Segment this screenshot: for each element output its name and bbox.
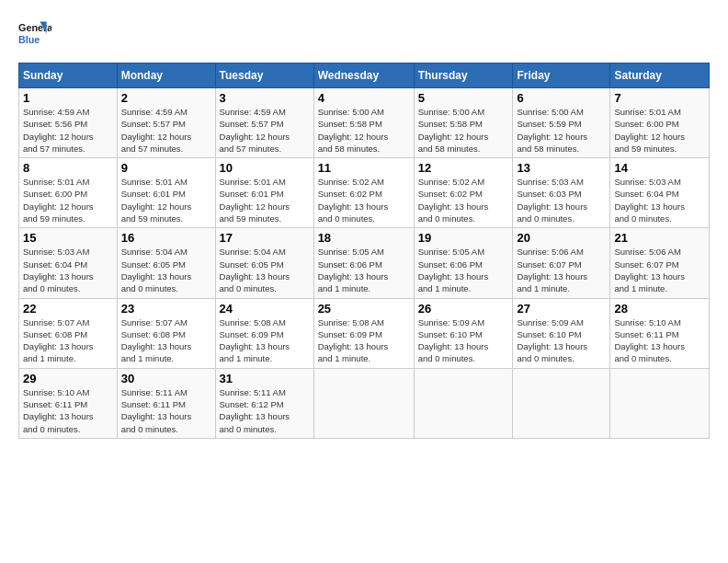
day-info: Sunrise: 5:11 AM Sunset: 6:12 PM Dayligh… (220, 386, 310, 435)
day-info: Sunrise: 5:01 AM Sunset: 6:00 PM Dayligh… (23, 176, 113, 224)
calendar-cell: 14Sunrise: 5:03 AM Sunset: 6:04 PM Dayli… (610, 158, 710, 228)
calendar-week-row: 29Sunrise: 5:10 AM Sunset: 6:11 PM Dayli… (19, 368, 710, 438)
day-info: Sunrise: 5:01 AM Sunset: 6:01 PM Dayligh… (220, 176, 310, 224)
logo: GeneralBlue (18, 18, 55, 52)
day-info: Sunrise: 5:05 AM Sunset: 6:06 PM Dayligh… (318, 246, 410, 294)
day-number: 14 (614, 161, 705, 175)
day-info: Sunrise: 5:03 AM Sunset: 6:04 PM Dayligh… (23, 246, 113, 294)
calendar-cell: 26Sunrise: 5:09 AM Sunset: 6:10 PM Dayli… (414, 298, 513, 368)
day-number: 1 (23, 91, 113, 105)
calendar-cell (513, 368, 610, 438)
day-number: 8 (23, 161, 113, 175)
calendar-cell: 11Sunrise: 5:02 AM Sunset: 6:02 PM Dayli… (313, 158, 414, 228)
day-info: Sunrise: 5:07 AM Sunset: 6:08 PM Dayligh… (23, 316, 113, 365)
col-header-sunday: Sunday (19, 63, 118, 88)
calendar-cell: 7Sunrise: 5:01 AM Sunset: 6:00 PM Daylig… (610, 88, 710, 158)
calendar-week-row: 15Sunrise: 5:03 AM Sunset: 6:04 PM Dayli… (19, 228, 710, 298)
svg-text:Blue: Blue (18, 34, 40, 45)
day-info: Sunrise: 5:02 AM Sunset: 6:02 PM Dayligh… (318, 176, 410, 224)
day-number: 6 (517, 91, 606, 105)
day-info: Sunrise: 5:10 AM Sunset: 6:11 PM Dayligh… (23, 386, 113, 435)
calendar-cell: 8Sunrise: 5:01 AM Sunset: 6:00 PM Daylig… (19, 158, 118, 228)
day-number: 11 (318, 161, 410, 175)
calendar-cell: 30Sunrise: 5:11 AM Sunset: 6:11 PM Dayli… (117, 368, 215, 438)
day-number: 28 (614, 302, 705, 316)
day-number: 24 (220, 302, 310, 316)
day-number: 22 (23, 302, 113, 316)
calendar-cell: 29Sunrise: 5:10 AM Sunset: 6:11 PM Dayli… (19, 368, 118, 438)
calendar-cell: 9Sunrise: 5:01 AM Sunset: 6:01 PM Daylig… (117, 158, 215, 228)
col-header-thursday: Thursday (414, 63, 513, 88)
calendar-cell: 13Sunrise: 5:03 AM Sunset: 6:03 PM Dayli… (513, 158, 610, 228)
day-number: 21 (614, 231, 705, 245)
calendar-cell: 1Sunrise: 4:59 AM Sunset: 5:56 PM Daylig… (19, 88, 118, 158)
calendar-cell: 5Sunrise: 5:00 AM Sunset: 5:58 PM Daylig… (414, 88, 513, 158)
col-header-monday: Monday (117, 63, 215, 88)
calendar-cell: 24Sunrise: 5:08 AM Sunset: 6:09 PM Dayli… (215, 298, 313, 368)
day-number: 2 (121, 91, 211, 105)
day-number: 18 (318, 231, 410, 245)
day-number: 30 (121, 372, 211, 385)
calendar-cell: 6Sunrise: 5:00 AM Sunset: 5:59 PM Daylig… (513, 88, 610, 158)
calendar-cell: 20Sunrise: 5:06 AM Sunset: 6:07 PM Dayli… (513, 228, 610, 298)
calendar-cell: 2Sunrise: 4:59 AM Sunset: 5:57 PM Daylig… (117, 88, 215, 158)
day-info: Sunrise: 5:10 AM Sunset: 6:11 PM Dayligh… (614, 316, 705, 365)
day-number: 31 (220, 372, 310, 385)
day-info: Sunrise: 5:09 AM Sunset: 6:10 PM Dayligh… (517, 316, 606, 365)
calendar-cell: 17Sunrise: 5:04 AM Sunset: 6:05 PM Dayli… (215, 228, 313, 298)
calendar-cell: 27Sunrise: 5:09 AM Sunset: 6:10 PM Dayli… (513, 298, 610, 368)
day-number: 19 (418, 231, 509, 245)
col-header-tuesday: Tuesday (215, 63, 313, 88)
calendar-cell (414, 368, 513, 438)
day-number: 23 (121, 302, 211, 316)
day-number: 4 (318, 91, 410, 105)
day-info: Sunrise: 5:05 AM Sunset: 6:06 PM Dayligh… (418, 246, 509, 294)
day-info: Sunrise: 5:06 AM Sunset: 6:07 PM Dayligh… (517, 246, 606, 294)
day-info: Sunrise: 5:02 AM Sunset: 6:02 PM Dayligh… (418, 176, 509, 224)
day-number: 25 (318, 302, 410, 316)
day-number: 10 (220, 161, 310, 175)
logo-icon: GeneralBlue (18, 18, 51, 52)
calendar-cell (610, 368, 710, 438)
calendar-cell: 3Sunrise: 4:59 AM Sunset: 5:57 PM Daylig… (215, 88, 313, 158)
day-number: 9 (121, 161, 211, 175)
header-row: SundayMondayTuesdayWednesdayThursdayFrid… (19, 63, 710, 88)
header: GeneralBlue (18, 18, 710, 52)
day-number: 5 (418, 91, 509, 105)
calendar-week-row: 1Sunrise: 4:59 AM Sunset: 5:56 PM Daylig… (19, 88, 710, 158)
day-info: Sunrise: 5:00 AM Sunset: 5:58 PM Dayligh… (418, 106, 509, 155)
day-info: Sunrise: 5:00 AM Sunset: 5:59 PM Dayligh… (517, 106, 606, 155)
calendar-week-row: 8Sunrise: 5:01 AM Sunset: 6:00 PM Daylig… (19, 158, 710, 228)
day-info: Sunrise: 4:59 AM Sunset: 5:57 PM Dayligh… (121, 106, 211, 155)
calendar-cell: 22Sunrise: 5:07 AM Sunset: 6:08 PM Dayli… (19, 298, 118, 368)
day-info: Sunrise: 5:00 AM Sunset: 5:58 PM Dayligh… (318, 106, 410, 155)
calendar-page: GeneralBlue SundayMondayTuesdayWednesday… (0, 0, 728, 448)
day-number: 12 (418, 161, 509, 175)
calendar-cell: 31Sunrise: 5:11 AM Sunset: 6:12 PM Dayli… (215, 368, 313, 438)
calendar-cell: 10Sunrise: 5:01 AM Sunset: 6:01 PM Dayli… (215, 158, 313, 228)
calendar-cell: 16Sunrise: 5:04 AM Sunset: 6:05 PM Dayli… (117, 228, 215, 298)
day-number: 17 (220, 231, 310, 245)
day-info: Sunrise: 5:08 AM Sunset: 6:09 PM Dayligh… (318, 316, 410, 365)
calendar-cell: 18Sunrise: 5:05 AM Sunset: 6:06 PM Dayli… (313, 228, 414, 298)
day-number: 27 (517, 302, 606, 316)
calendar-cell: 28Sunrise: 5:10 AM Sunset: 6:11 PM Dayli… (610, 298, 710, 368)
calendar-cell (313, 368, 414, 438)
day-info: Sunrise: 5:01 AM Sunset: 6:00 PM Dayligh… (614, 106, 705, 155)
col-header-saturday: Saturday (610, 63, 710, 88)
day-number: 13 (517, 161, 606, 175)
day-info: Sunrise: 5:09 AM Sunset: 6:10 PM Dayligh… (418, 316, 509, 365)
day-info: Sunrise: 5:11 AM Sunset: 6:11 PM Dayligh… (121, 386, 211, 435)
calendar-cell: 21Sunrise: 5:06 AM Sunset: 6:07 PM Dayli… (610, 228, 710, 298)
calendar-cell: 12Sunrise: 5:02 AM Sunset: 6:02 PM Dayli… (414, 158, 513, 228)
day-info: Sunrise: 4:59 AM Sunset: 5:56 PM Dayligh… (23, 106, 113, 155)
calendar-cell: 25Sunrise: 5:08 AM Sunset: 6:09 PM Dayli… (313, 298, 414, 368)
day-number: 26 (418, 302, 509, 316)
day-number: 16 (121, 231, 211, 245)
day-number: 7 (614, 91, 705, 105)
day-info: Sunrise: 5:07 AM Sunset: 6:08 PM Dayligh… (121, 316, 211, 365)
day-info: Sunrise: 5:04 AM Sunset: 6:05 PM Dayligh… (220, 246, 310, 294)
calendar-cell: 23Sunrise: 5:07 AM Sunset: 6:08 PM Dayli… (117, 298, 215, 368)
day-info: Sunrise: 5:06 AM Sunset: 6:07 PM Dayligh… (614, 246, 705, 294)
calendar-week-row: 22Sunrise: 5:07 AM Sunset: 6:08 PM Dayli… (19, 298, 710, 368)
